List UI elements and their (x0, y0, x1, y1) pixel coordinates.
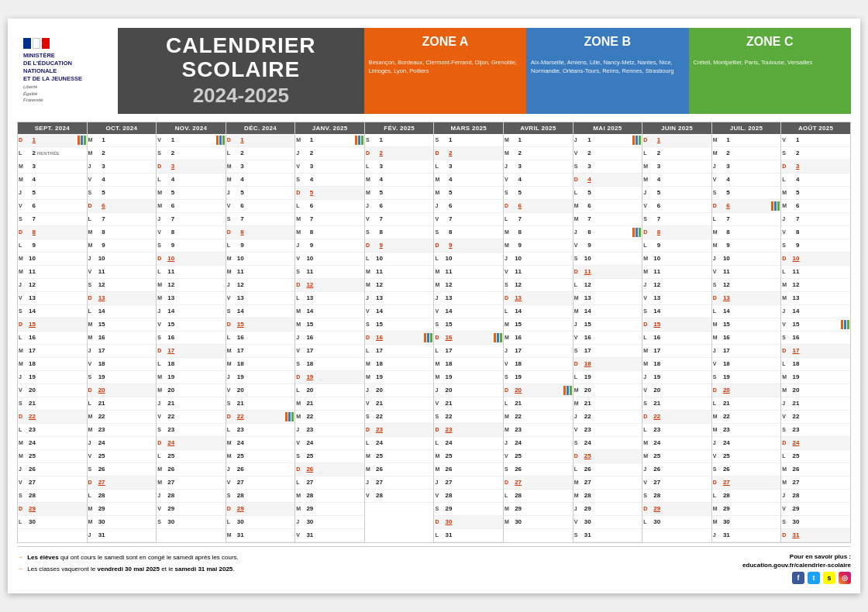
day-row: V11 (88, 266, 157, 279)
day-row: M12 (434, 279, 503, 292)
day-row: D17 (157, 345, 226, 358)
day-row: V16 (574, 332, 642, 345)
day-row: D24 (157, 437, 226, 450)
day-row: J17 (88, 345, 157, 358)
footer-notes: → Les élèves qui ont cours le samedi son… (17, 553, 735, 576)
day-row: S12 (88, 279, 157, 292)
day-row: M4 (18, 174, 87, 187)
month-nov: NOV. 2024 V1 S2 D3 L4 M5 M6 J7 V8 S9 D10… (157, 122, 226, 542)
day-row: J12 (226, 279, 295, 292)
day-row: M18 (226, 358, 295, 371)
footer-info: Pour en savoir plus : education.gouv.fr/… (742, 553, 851, 584)
facebook-icon[interactable]: f (792, 572, 804, 584)
day-row: V13 (18, 292, 87, 305)
social-icons: f t s ◎ (742, 572, 851, 584)
day-row: J9 (295, 239, 364, 253)
day-row: M16 (504, 332, 573, 345)
day-row: V29 (781, 503, 850, 516)
day-row: L23 (18, 424, 87, 437)
twitter-icon[interactable]: t (808, 572, 820, 584)
day-row: M6 (574, 200, 642, 213)
day-row: S30 (157, 516, 226, 529)
day-row: M10 (18, 253, 87, 266)
day-row: M27 (157, 476, 226, 490)
day-row: M12 (365, 279, 434, 292)
day-row: L24 (365, 437, 434, 450)
day-row: M24 (18, 437, 87, 450)
day-row: D13 (504, 292, 573, 305)
day-row: M15 (295, 318, 364, 332)
day-row: V28 (434, 490, 503, 503)
calendar-grid: SEPT. 2024 D1 L2RENTRÉE M3 M4 J5 V6 S7 D… (17, 122, 851, 543)
day-row: L18 (157, 358, 226, 371)
header: MINISTÈRE DE L'ÉDUCATION NATIONALE ET DE… (17, 28, 851, 114)
day-row: S28 (642, 490, 711, 503)
day-row: L3 (365, 160, 434, 174)
day-row: D11 (574, 266, 642, 279)
day-row: V6 (642, 200, 711, 213)
day-row: L31 (434, 529, 503, 542)
day-row: D15 (18, 318, 87, 332)
day-row: S8 (434, 226, 503, 239)
day-row: M30 (712, 516, 781, 529)
day-row: L16 (18, 332, 87, 345)
month-mai: MAI 2025 J1 V2 S3 D4 L5 M6 M7 J8 V9 S10 … (574, 122, 642, 542)
day-row: D20 (88, 384, 157, 397)
day-row: D27 (504, 476, 573, 490)
day-row: M13 (781, 292, 850, 305)
day-row: S14 (226, 305, 295, 318)
day-row: D10 (781, 253, 850, 266)
day-row: V30 (574, 516, 642, 529)
day-row: L10 (434, 253, 503, 266)
day-row: S9 (157, 239, 226, 253)
day-row: M23 (712, 424, 781, 437)
day-row: J31 (712, 529, 781, 542)
day-row: S21 (642, 397, 711, 411)
day-row: V21 (365, 397, 434, 411)
snapchat-icon[interactable]: s (823, 572, 835, 584)
day-row: S1 (434, 134, 503, 147)
day-row: D1 (226, 134, 295, 147)
day-row: J10 (504, 253, 573, 266)
day-row: S9 (781, 239, 850, 253)
day-row: M3 (226, 160, 295, 174)
day-row: D6 (88, 200, 157, 213)
month-oct-header: OCT. 2024 (88, 122, 157, 134)
day-row: V31 (295, 529, 364, 542)
day-row: J28 (781, 490, 850, 503)
month-jul-header: JUIL. 2025 (712, 122, 781, 134)
day-row: D16 (434, 332, 503, 345)
day-row: M25 (226, 450, 295, 463)
day-row: D16 (365, 332, 434, 345)
day-row: J6 (365, 200, 434, 213)
day-row: V4 (504, 174, 573, 187)
day-row: L27 (295, 476, 364, 490)
month-mar-header: MARS 2025 (434, 122, 503, 134)
day-row: J22 (574, 411, 642, 424)
day-row: M15 (88, 318, 157, 332)
arrow-icon-1: → (17, 554, 23, 561)
day-row: J21 (157, 397, 226, 411)
day-row: V7 (365, 213, 434, 226)
day-row: S12 (712, 279, 781, 292)
day-row: S3 (574, 160, 642, 174)
day-row: M5 (365, 187, 434, 200)
day-row: M11 (18, 266, 87, 279)
day-row: M7 (574, 213, 642, 226)
day-row: M24 (226, 437, 295, 450)
month-aug: AOÛT 2025 V1 S2 D3 L4 M5 M6 J7 V8 S9 D10… (781, 122, 850, 542)
day-row: L28 (712, 490, 781, 503)
month-jun: JUIN 2025 D1 L2 M3 M4 J5 V6 S7 D8 L9 M10… (642, 122, 711, 542)
day-row: L21 (712, 397, 781, 411)
day-row: S8 (365, 226, 434, 239)
day-row: J24 (88, 437, 157, 450)
day-row: D24 (781, 437, 850, 450)
day-row: S2 (781, 147, 850, 160)
day-row: M9 (712, 239, 781, 253)
day-row: M14 (295, 305, 364, 318)
day-row: J28 (157, 490, 226, 503)
instagram-icon[interactable]: ◎ (839, 572, 851, 584)
day-row: L14 (88, 305, 157, 318)
day-row: V29 (157, 503, 226, 516)
day-row: M30 (88, 516, 157, 529)
